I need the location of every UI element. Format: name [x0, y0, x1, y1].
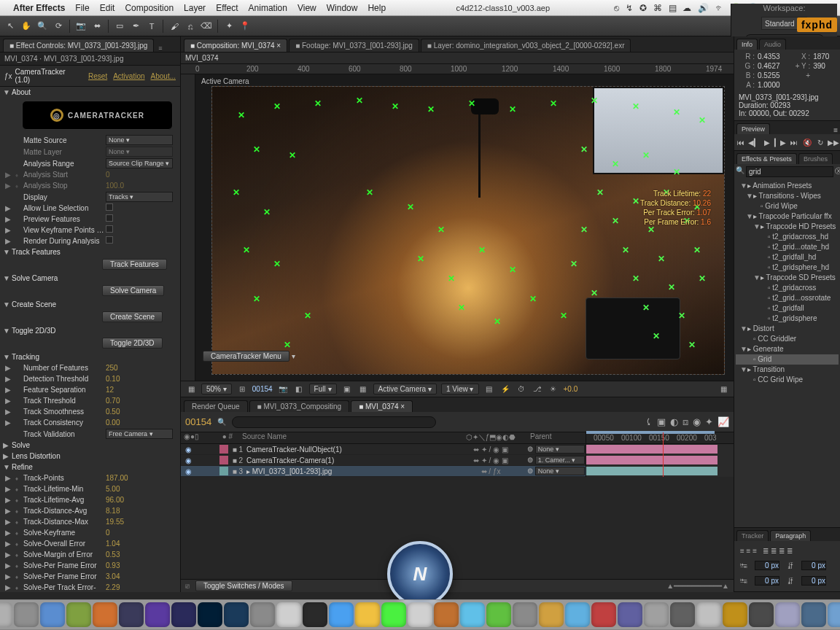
tree-node[interactable]: ▼▸ Trapcode SD Presets: [736, 273, 839, 283]
composition-viewer[interactable]: Active Camera ✕✕✕✕✕✕✕✕✕✕✕✕✕✕✕✕✕✕✕✕✕✕✕✕✕✕…: [195, 74, 734, 381]
property-row[interactable]: ▶⬧Solve-Per Track Error-2.29: [0, 582, 180, 592]
timecode[interactable]: 00154: [185, 416, 211, 427]
effect-header[interactable]: ƒx CameraTracker (1.0) Reset Activation …: [0, 66, 180, 87]
create-scene-button[interactable]: Create Scene: [102, 311, 163, 322]
loop-icon[interactable]: ↻: [815, 137, 825, 147]
tree-node[interactable]: ▫ CC Griddler: [736, 334, 839, 344]
property-row[interactable]: ▶⬧Analysis Stop100.0: [0, 180, 180, 191]
puppet-tool-icon[interactable]: 📍: [238, 19, 252, 34]
motion-blur-icon[interactable]: ◉: [693, 416, 701, 428]
footage-tab[interactable]: ■ Footage: MVI_0373_[001-293].jpg: [289, 39, 419, 52]
play-icon[interactable]: ▶: [762, 137, 772, 147]
first-frame-icon[interactable]: ⏮: [736, 137, 746, 147]
menu-help[interactable]: Help: [368, 3, 386, 13]
effects-search-input[interactable]: [746, 166, 833, 177]
tray-icon[interactable]: ⌘: [653, 3, 662, 13]
region-icon[interactable]: ▣: [341, 384, 353, 395]
brush-tool-icon[interactable]: 🖌: [167, 19, 182, 34]
preview-tab[interactable]: Preview: [736, 123, 770, 134]
tree-node[interactable]: ▼▸ Animation Presets: [736, 181, 839, 191]
property-row[interactable]: ▶⬧Solve-Per Frame Error3.04: [0, 571, 180, 582]
tree-node[interactable]: ▫ t2_gridacross: [736, 283, 839, 293]
tray-icon[interactable]: ᯤ: [715, 3, 724, 13]
tracker-tab[interactable]: Tracker: [736, 530, 769, 541]
comp-button-icon[interactable]: ▣: [657, 416, 666, 428]
dock-app-icon[interactable]: [119, 602, 144, 627]
pan-behind-tool-icon[interactable]: ⬌: [90, 19, 104, 34]
brainstorm-icon[interactable]: ✦: [705, 416, 713, 428]
tree-node[interactable]: ▫ t2_grid...otate_hd: [736, 242, 839, 252]
menu-edit[interactable]: Edit: [100, 3, 115, 13]
tree-node[interactable]: ▫ t2_gridsphere: [736, 314, 839, 324]
track-features-button[interactable]: Track Features: [102, 259, 167, 270]
about-link[interactable]: About...: [151, 72, 176, 80]
indent-left[interactable]: [755, 561, 779, 570]
dock-app-icon[interactable]: [276, 602, 301, 627]
effects-tree[interactable]: ▼▸ Animation Presets▼▸ Transitions - Wip…: [734, 179, 840, 527]
property-row[interactable]: ▶Allow Line Selection: [0, 203, 180, 214]
toggle-2d-3d-button[interactable]: Toggle 2D/3D: [102, 338, 163, 349]
dock-app-icon[interactable]: [486, 602, 511, 627]
tree-node[interactable]: ▼▸ Generate: [736, 344, 839, 354]
dock-app-icon[interactable]: [670, 602, 695, 627]
dock-app-icon[interactable]: [14, 602, 39, 627]
tree-node[interactable]: ▫ t2_gridfall_hd: [736, 252, 839, 262]
property-row[interactable]: ▶Track Smoothness0.50: [0, 406, 180, 417]
space-before[interactable]: [801, 576, 826, 586]
tree-node[interactable]: ▼▸ Trapcode Particular ffx: [736, 211, 839, 222]
type-tool-icon[interactable]: T: [144, 19, 159, 34]
dock-app-icon[interactable]: [539, 602, 564, 627]
resolution-select[interactable]: Full ▾: [309, 384, 337, 394]
property-row[interactable]: ▶Track Consistency0.00: [0, 417, 180, 428]
cameratracker-menu-button[interactable]: CameraTracker Menu: [203, 351, 289, 362]
shy-toggle-icon[interactable]: ⤹: [645, 416, 653, 428]
audio-tab[interactable]: Audio: [759, 39, 786, 50]
layer-tab[interactable]: ■ Layer: domino_integration_v003_object_…: [421, 39, 631, 52]
eraser-tool-icon[interactable]: ⌫: [199, 19, 214, 34]
next-frame-icon[interactable]: ▎▶: [775, 137, 785, 147]
property-row[interactable]: ▶⬧Track-Distance-Avg8.18: [0, 505, 180, 516]
dock-app-icon[interactable]: [644, 602, 669, 627]
toggle-switches-button[interactable]: Toggle Switches / Modes: [195, 580, 292, 591]
dock-app-icon[interactable]: [145, 602, 170, 627]
menu-layer[interactable]: Layer: [184, 3, 206, 13]
property-row[interactable]: ▶⬧Track-Lifetime-Min5.00: [0, 483, 180, 494]
frame-blend-icon[interactable]: ⧈: [682, 416, 688, 428]
dock-app-icon[interactable]: [408, 602, 432, 627]
render-queue-tab[interactable]: Render Queue: [184, 400, 248, 412]
transparency-grid-icon[interactable]: ▦: [357, 384, 369, 395]
property-row[interactable]: ▶Number of Features250: [0, 362, 180, 373]
property-row[interactable]: ▶Render During Analysis: [0, 236, 180, 246]
layer-row[interactable]: ◉■ 3▸ MVI_0373_[001-293].jpg⬌ / ƒx⊚ None…: [181, 466, 586, 477]
dock-app-icon[interactable]: [618, 602, 642, 627]
reset-link[interactable]: Reset: [88, 72, 107, 80]
property-row[interactable]: Matte LayerNone ▾: [0, 146, 180, 158]
app-menu[interactable]: After Effects: [13, 3, 65, 13]
expand-icon[interactable]: ⎚: [185, 582, 190, 590]
selection-tool-icon[interactable]: ↖: [3, 19, 18, 34]
activation-link[interactable]: Activation: [113, 72, 144, 80]
pen-tool-icon[interactable]: ✒: [128, 19, 143, 34]
property-row[interactable]: DisplayTracks ▾: [0, 191, 180, 203]
layer-row[interactable]: ◉■ 1CameraTracker-NullObject(1)⬌ ✦ / ◉ ▣…: [181, 444, 586, 455]
property-row[interactable]: Analysis RangeSource Clip Range ▾: [0, 158, 180, 169]
property-row[interactable]: ▶⬧Track-Lifetime-Avg96.00: [0, 494, 180, 505]
effect-controls-tab[interactable]: ■ Effect Controls: MVI_0373_[001-293].jp…: [3, 39, 154, 52]
property-row[interactable]: ▶⬧Analysis Start0: [0, 169, 180, 180]
tray-icon[interactable]: ✪: [639, 3, 647, 13]
tree-node[interactable]: ▫ Grid: [736, 354, 839, 365]
effects-presets-tab[interactable]: Effects & Presets: [736, 153, 797, 164]
indent-first[interactable]: [755, 576, 779, 586]
panel-menu-icon[interactable]: ≡: [158, 44, 162, 52]
property-row[interactable]: ▶⬧Solve-Keyframe0: [0, 527, 180, 538]
shape-tool-icon[interactable]: ▭: [112, 19, 127, 34]
comp-tab[interactable]: ■ Composition: MVI_0374 ×: [184, 39, 287, 52]
dock-app-icon[interactable]: [93, 602, 117, 627]
dock-app-icon[interactable]: [0, 602, 12, 627]
paragraph-tab[interactable]: Paragraph: [770, 530, 811, 541]
current-frame[interactable]: 00154: [252, 385, 273, 393]
property-row[interactable]: ▶Feature Separation12: [0, 384, 180, 395]
tree-node[interactable]: ▫ CC Grid Wipe: [736, 375, 839, 385]
tray-icon[interactable]: ☁: [682, 3, 691, 13]
dock-app-icon[interactable]: [250, 602, 275, 627]
